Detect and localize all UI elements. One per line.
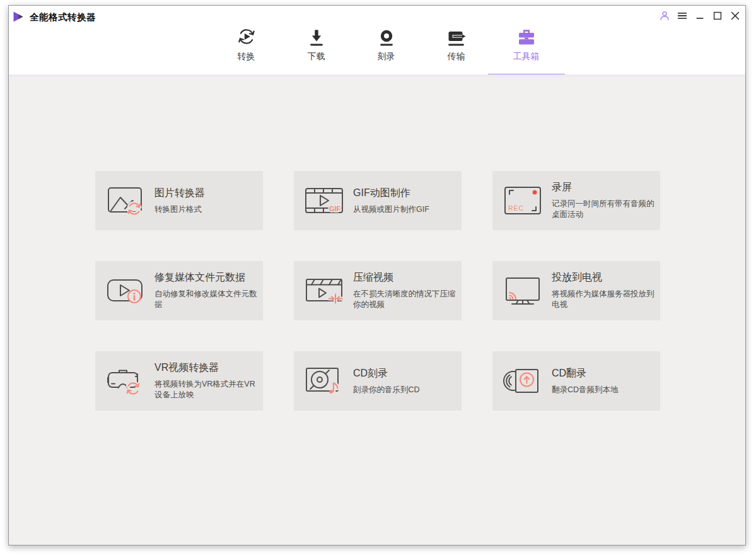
rec-icon-text: REC bbox=[508, 204, 524, 212]
tab-toolbox[interactable]: 工具箱 bbox=[501, 26, 552, 76]
minimize-button[interactable] bbox=[692, 8, 707, 24]
cast-to-tv-icon bbox=[503, 273, 543, 308]
account-button[interactable] bbox=[657, 8, 672, 24]
tab-convert[interactable]: 转换 bbox=[221, 26, 272, 76]
card-title: CD刻录 bbox=[353, 367, 462, 380]
image-converter-icon bbox=[105, 183, 146, 218]
gif-icon-text: GIF bbox=[329, 205, 341, 213]
tab-burn[interactable]: 刻录 bbox=[361, 26, 412, 76]
card-desc: 记录同一时间所有带有音频的桌面活动 bbox=[552, 199, 660, 220]
card-title: 压缩视频 bbox=[353, 271, 462, 284]
app-title: 全能格式转换器 bbox=[30, 11, 96, 23]
card-desc: 翻录CD音频到本地 bbox=[552, 385, 660, 395]
cd-rip-icon bbox=[503, 363, 543, 399]
card-compress-video[interactable]: 压缩视频 在不损失清晰度的情况下压缩你的视频 bbox=[294, 261, 462, 320]
user-icon bbox=[659, 10, 670, 21]
maximize-button[interactable] bbox=[710, 8, 725, 24]
card-desc: 从视频或图片制作GIF bbox=[353, 204, 462, 215]
toolbox-panel: 图片转换器 转换图片格式 GIF bbox=[9, 77, 745, 545]
card-desc: 将视频转换为VR格式并在VR设备上放映 bbox=[154, 379, 263, 400]
header: 全能格式转换器 bbox=[9, 6, 745, 77]
tab-label: 转换 bbox=[238, 51, 255, 62]
app-window: 全能格式转换器 bbox=[8, 5, 746, 545]
tab-download[interactable]: 下载 bbox=[291, 26, 342, 76]
hamburger-icon bbox=[677, 10, 688, 21]
toolbox-grid: 图片转换器 转换图片格式 GIF bbox=[95, 171, 660, 411]
card-image-converter[interactable]: 图片转换器 转换图片格式 bbox=[95, 171, 263, 230]
card-cd-burner[interactable]: CD刻录 刻录你的音乐到CD bbox=[294, 351, 462, 411]
transfer-icon bbox=[446, 26, 467, 47]
card-cd-ripper[interactable]: CD翻录 翻录CD音频到本地 bbox=[492, 351, 660, 411]
card-title: 修复媒体文件元数据 bbox=[154, 271, 263, 284]
card-cast-to-tv[interactable]: 投放到电视 将视频作为媒体服务器投放到电视 bbox=[492, 261, 660, 320]
card-title: 录屏 bbox=[552, 181, 660, 194]
card-title: 投放到电视 bbox=[552, 271, 660, 284]
card-title: GIF动图制作 bbox=[353, 187, 462, 200]
vr-converter-icon bbox=[105, 363, 146, 399]
card-title: 图片转换器 bbox=[154, 187, 263, 200]
card-desc: 刻录你的音乐到CD bbox=[353, 385, 462, 395]
window-controls bbox=[657, 8, 743, 24]
download-icon bbox=[306, 26, 327, 47]
card-gif-maker[interactable]: GIF GIF动图制作 从视频或图片制作GIF bbox=[294, 171, 462, 230]
app-logo-icon bbox=[12, 11, 25, 23]
cd-burn-icon bbox=[304, 363, 344, 399]
card-desc: 转换图片格式 bbox=[154, 204, 263, 215]
card-desc: 在不损失清晰度的情况下压缩你的视频 bbox=[353, 289, 462, 310]
close-icon bbox=[730, 10, 741, 21]
menu-button[interactable] bbox=[675, 8, 690, 24]
screen-record-icon: REC bbox=[503, 183, 543, 218]
card-screen-recorder[interactable]: REC 录屏 记录同一时间所有带有音频的桌面活动 bbox=[492, 171, 660, 230]
compress-video-icon bbox=[304, 273, 344, 308]
tab-label: 工具箱 bbox=[513, 51, 540, 62]
toolbox-icon bbox=[516, 26, 537, 47]
convert-icon bbox=[236, 26, 257, 47]
tab-label: 下载 bbox=[308, 51, 325, 62]
burn-icon bbox=[376, 26, 397, 47]
close-button[interactable] bbox=[728, 8, 743, 24]
fix-metadata-icon bbox=[105, 273, 146, 308]
card-vr-converter[interactable]: VR视频转换器 将视频转换为VR格式并在VR设备上放映 bbox=[95, 351, 263, 411]
tab-label: 刻录 bbox=[378, 51, 395, 62]
main-nav: 转换 下载 刻录 bbox=[221, 26, 552, 76]
gif-maker-icon: GIF bbox=[304, 183, 344, 218]
tab-transfer[interactable]: 传输 bbox=[431, 26, 482, 76]
tab-label: 传输 bbox=[448, 51, 465, 62]
minimize-icon bbox=[694, 10, 706, 21]
card-fix-metadata[interactable]: 修复媒体文件元数据 自动修复和修改媒体文件元数据 bbox=[95, 261, 263, 320]
maximize-icon bbox=[712, 10, 723, 21]
card-desc: 自动修复和修改媒体文件元数据 bbox=[154, 289, 263, 310]
card-desc: 将视频作为媒体服务器投放到电视 bbox=[552, 289, 660, 310]
card-title: VR视频转换器 bbox=[154, 361, 263, 375]
card-title: CD翻录 bbox=[552, 367, 660, 380]
